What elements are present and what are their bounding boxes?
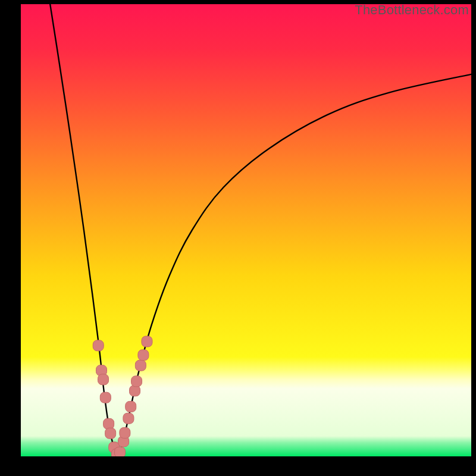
chart-frame: TheBottleneck.com bbox=[0, 0, 476, 476]
data-marker bbox=[115, 447, 126, 456]
data-marker bbox=[135, 360, 146, 371]
data-marker bbox=[104, 418, 114, 429]
data-marker bbox=[131, 376, 142, 387]
curve-layer bbox=[21, 4, 471, 456]
data-marker bbox=[138, 350, 149, 361]
data-marker bbox=[120, 427, 130, 438]
data-marker bbox=[142, 336, 152, 347]
data-marker bbox=[100, 392, 111, 403]
data-marker bbox=[105, 428, 116, 439]
curve-right-branch bbox=[118, 74, 471, 456]
watermark-text: TheBottleneck.com bbox=[355, 2, 469, 18]
data-marker bbox=[93, 340, 104, 351]
data-marker bbox=[126, 401, 136, 412]
plot-area bbox=[21, 4, 471, 456]
data-marker bbox=[123, 413, 134, 424]
data-marker bbox=[98, 374, 109, 385]
curve-left-branch bbox=[50, 4, 118, 456]
data-marker bbox=[130, 386, 140, 396]
